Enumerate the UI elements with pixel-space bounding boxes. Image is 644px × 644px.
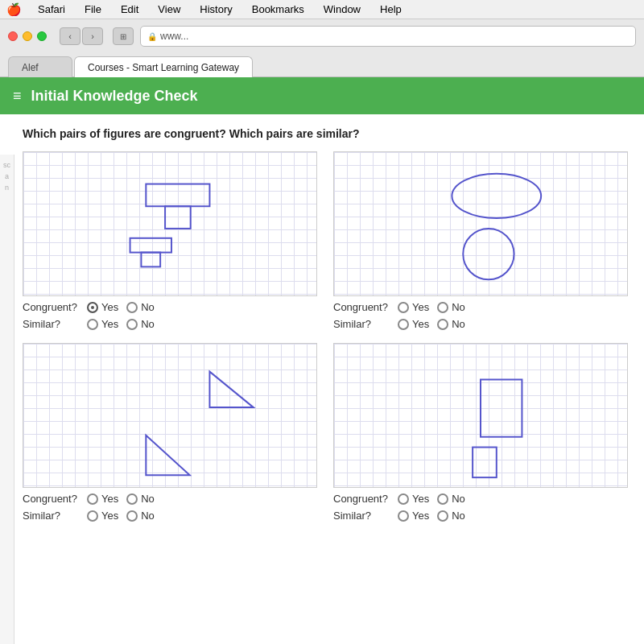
pair-3-similar-no[interactable]: No xyxy=(126,510,155,522)
pair-2-congruent-yes[interactable]: Yes xyxy=(398,301,429,313)
pair-3-congruent-row: Congruent? Yes No xyxy=(23,493,317,505)
pair-1-congruent-label: Congruent? xyxy=(23,301,79,313)
pair-2-congruent-no[interactable]: No xyxy=(437,301,465,313)
pair-4-congruent-yes-circle[interactable] xyxy=(398,493,409,505)
pair-1-congruent-yes[interactable]: Yes xyxy=(87,301,118,313)
pair-4-congruent-yes[interactable]: Yes xyxy=(398,493,429,505)
pair-2-similar-yes-circle[interactable] xyxy=(398,319,409,330)
pair-4-congruent-label: Congruent? xyxy=(333,493,390,505)
pair-4-container: Congruent? Yes No Similar? Yes xyxy=(333,343,628,522)
svg-point-5 xyxy=(463,229,514,279)
pair-3-similar-row: Similar? Yes No xyxy=(23,510,317,522)
tab-alef[interactable]: Alef xyxy=(8,56,72,77)
apple-logo[interactable]: 🍎 xyxy=(6,2,22,17)
pair-4-svg xyxy=(334,344,627,487)
menu-edit[interactable]: Edit xyxy=(118,3,142,15)
pair-2-similar-yes[interactable]: Yes xyxy=(398,318,429,330)
pair-2-canvas xyxy=(333,151,628,296)
pair-2-container: Congruent? Yes No Similar? Yes xyxy=(333,151,628,330)
pair-1-congruent-yes-circle[interactable] xyxy=(87,302,98,313)
pair-2-congruent-row: Congruent? Yes No xyxy=(333,301,628,313)
pair-1-svg xyxy=(23,152,316,295)
pair-3-canvas xyxy=(23,343,317,488)
pair-3-similar-label: Similar? xyxy=(23,510,79,522)
pair-1-similar-yes-circle[interactable] xyxy=(87,319,98,330)
page-header: ≡ Initial Knowledge Check xyxy=(0,77,644,114)
svg-rect-1 xyxy=(165,206,191,229)
pair-4-similar-no[interactable]: No xyxy=(437,510,465,522)
pair-2-similar-no[interactable]: No xyxy=(437,318,465,330)
pair-2-similar-no-circle[interactable] xyxy=(437,319,448,330)
close-button[interactable] xyxy=(8,31,18,41)
pair-3-congruent-no-circle[interactable] xyxy=(126,493,138,505)
pair-3-container: Congruent? Yes No Similar? Yes xyxy=(23,343,317,522)
page-title: Initial Knowledge Check xyxy=(31,88,198,105)
menu-bookmarks[interactable]: Bookmarks xyxy=(249,3,308,15)
browser-toolbar: ‹ › ⊞ 🔒 www... xyxy=(0,19,644,53)
pair-1-congruent-row: Congruent? Yes No xyxy=(23,301,317,313)
back-button[interactable]: ‹ xyxy=(60,27,80,45)
pair-4-similar-row: Similar? Yes No xyxy=(333,510,628,522)
nav-buttons: ‹ › xyxy=(60,27,103,45)
pair-1-similar-row: Similar? Yes No xyxy=(23,318,317,330)
tab-courses[interactable]: Courses - Smart Learning Gateway xyxy=(74,56,253,77)
svg-marker-6 xyxy=(209,372,253,408)
pair-2-congruent-no-circle[interactable] xyxy=(437,302,448,313)
pair-3-congruent-no[interactable]: No xyxy=(126,493,155,505)
pair-2-similar-row: Similar? Yes No xyxy=(333,318,628,330)
svg-rect-3 xyxy=(141,253,160,267)
question-text: Which pairs of figures are congruent? Wh… xyxy=(23,127,628,140)
lock-icon: 🔒 xyxy=(147,32,157,41)
browser-chrome: ‹ › ⊞ 🔒 www... Alef Courses - Smart Lear… xyxy=(0,19,644,77)
pair-2-similar-label: Similar? xyxy=(333,318,390,330)
pair-1-canvas xyxy=(23,151,317,296)
pair-1-container: Congruent? Yes No Similar? Yes xyxy=(23,151,317,330)
svg-rect-0 xyxy=(146,184,209,207)
side-label-sc: sc xyxy=(2,161,12,169)
pair-2-svg xyxy=(334,152,627,295)
pair-3-congruent-yes[interactable]: Yes xyxy=(87,493,118,505)
pair-4-canvas xyxy=(333,343,628,488)
pair-4-congruent-row: Congruent? Yes No xyxy=(333,493,628,505)
side-panel: sc a n xyxy=(0,155,14,644)
pair-4-similar-yes[interactable]: Yes xyxy=(398,510,429,522)
svg-rect-2 xyxy=(130,238,171,253)
pair-3-congruent-label: Congruent? xyxy=(23,493,79,505)
pair-1-similar-no[interactable]: No xyxy=(126,318,155,330)
side-label-a: a xyxy=(2,172,12,180)
pair-1-similar-label: Similar? xyxy=(23,318,79,330)
hamburger-icon[interactable]: ≡ xyxy=(13,88,22,105)
pair-2-congruent-yes-circle[interactable] xyxy=(398,302,409,313)
svg-point-4 xyxy=(452,174,541,218)
page-content: sc a n ≡ Initial Knowledge Check Which p… xyxy=(0,77,644,644)
pair-4-congruent-no-circle[interactable] xyxy=(437,493,448,505)
pair-1-similar-yes[interactable]: Yes xyxy=(87,318,118,330)
maximize-button[interactable] xyxy=(37,31,47,41)
minimize-button[interactable] xyxy=(23,31,32,41)
menu-file[interactable]: File xyxy=(81,3,105,15)
pair-4-congruent-no[interactable]: No xyxy=(437,493,465,505)
pair-3-svg xyxy=(23,344,316,487)
pair-4-similar-yes-circle[interactable] xyxy=(398,510,409,522)
pair-3-similar-no-circle[interactable] xyxy=(126,510,138,522)
pair-3-similar-yes[interactable]: Yes xyxy=(87,510,118,522)
pair-3-congruent-yes-circle[interactable] xyxy=(87,493,98,505)
pair-1-congruent-no[interactable]: No xyxy=(126,301,155,313)
forward-button[interactable]: › xyxy=(82,27,103,45)
menu-history[interactable]: History xyxy=(196,3,235,15)
menu-safari[interactable]: Safari xyxy=(35,3,68,15)
side-label-n: n xyxy=(2,184,12,192)
traffic-lights xyxy=(8,31,47,41)
menu-bar: 🍎 Safari File Edit View History Bookmark… xyxy=(0,0,644,19)
tab-view-button[interactable]: ⊞ xyxy=(113,27,134,45)
pair-3-similar-yes-circle[interactable] xyxy=(87,510,98,522)
menu-window[interactable]: Window xyxy=(320,3,364,15)
pair-4-similar-no-circle[interactable] xyxy=(437,510,448,522)
menu-view[interactable]: View xyxy=(155,3,184,15)
address-bar[interactable]: 🔒 www... xyxy=(140,26,636,47)
pair-1-congruent-no-circle[interactable] xyxy=(126,302,138,313)
pair-1-similar-no-circle[interactable] xyxy=(126,319,138,330)
svg-rect-9 xyxy=(473,448,497,478)
menu-help[interactable]: Help xyxy=(377,3,405,15)
browser-tabs: Alef Courses - Smart Learning Gateway xyxy=(0,53,644,77)
